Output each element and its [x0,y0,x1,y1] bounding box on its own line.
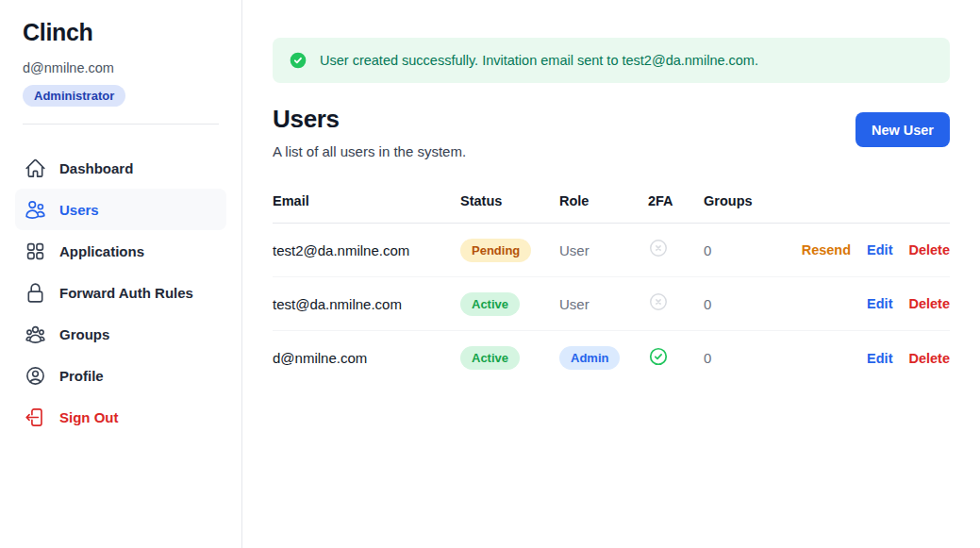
user-group-icon [25,324,46,345]
sidebar-item-dashboard[interactable]: Dashboard [15,147,226,189]
row-actions: Edit Delete [867,296,950,311]
sidebar-divider [23,124,219,125]
sidebar-item-profile[interactable]: Profile [15,355,226,396]
role-value: User [559,242,648,258]
sidebar-item-label: Users [59,202,99,218]
sidebar-item-label: Forward Auth Rules [59,285,193,301]
sidebar-item-applications[interactable]: Applications [15,230,226,272]
column-header-email: Email [273,193,460,208]
page-header-text: Users A list of all users in the system. [273,105,466,159]
sidebar-item-sign-out[interactable]: Sign Out [15,396,226,438]
status-badge: Pending [460,239,531,262]
sidebar-item-label: Profile [59,368,104,384]
twofa-status [648,291,704,316]
administrator-badge: Administrator [23,85,125,107]
twofa-status [648,238,704,262]
check-circle-icon [289,51,307,70]
app-logo: Clinch [15,19,226,46]
resend-link[interactable]: Resend [802,242,851,257]
edit-link[interactable]: Edit [867,351,892,366]
column-header-2fa: 2FA [648,193,704,208]
main-content: User created successfully. Invitation em… [242,0,980,548]
column-header-role: Role [559,193,648,208]
home-icon [25,158,46,179]
user-circle-icon [25,365,46,387]
edit-link[interactable]: Edit [867,242,892,257]
column-header-status: Status [460,193,559,208]
sidebar-item-label: Dashboard [59,160,133,176]
row-actions: Resend Edit Delete [802,242,950,257]
page-subtitle: A list of all users in the system. [273,143,466,159]
sidebar-item-label: Applications [59,243,144,259]
current-user-email: d@nmilne.com [15,60,226,75]
notification-message: User created successfully. Invitation em… [320,53,758,68]
user-email: d@nmilne.com [273,350,460,366]
twofa-enabled-icon [648,346,669,367]
sign-out-icon [25,407,46,428]
user-email: test@da.nmilne.com [273,296,460,312]
status-badge: Active [460,346,520,370]
delete-link[interactable]: Delete [908,296,950,311]
groups-count: 0 [704,350,867,366]
delete-link[interactable]: Delete [908,351,950,366]
edit-link[interactable]: Edit [867,296,892,311]
new-user-button[interactable]: New User [855,112,950,147]
sidebar-item-label: Groups [59,326,109,342]
lock-icon [25,282,46,304]
page-title: Users [273,105,466,134]
row-actions: Edit Delete [867,351,950,366]
sidebar-nav: Dashboard Users Applications Forward Aut… [15,147,226,438]
twofa-status [648,346,704,371]
column-header-groups: Groups [704,193,950,208]
sidebar-item-groups[interactable]: Groups [15,313,226,355]
grid-icon [25,241,46,262]
status-badge: Active [460,292,520,316]
users-table: Email Status Role 2FA Groups test2@da.nm… [273,188,950,385]
success-notification: User created successfully. Invitation em… [273,38,950,83]
sidebar: Clinch d@nmilne.com Administrator Dashbo… [0,0,242,548]
twofa-disabled-icon [648,291,669,312]
sidebar-item-label: Sign Out [59,409,119,425]
groups-count: 0 [704,242,802,258]
sidebar-item-forward-auth-rules[interactable]: Forward Auth Rules [15,272,226,313]
role-badge: Admin [559,346,620,370]
table-row: test2@da.nmilne.com Pending User 0 Resen… [273,224,950,277]
table-header-row: Email Status Role 2FA Groups [273,188,950,224]
delete-link[interactable]: Delete [908,242,950,257]
role-value: User [559,296,648,312]
twofa-disabled-icon [648,238,669,258]
table-row: d@nmilne.com Active Admin 0 Edit Delete [273,331,950,385]
sidebar-item-users[interactable]: Users [15,189,226,230]
table-row: test@da.nmilne.com Active User 0 Edit De… [273,277,950,331]
page-header: Users A list of all users in the system.… [273,105,950,159]
groups-count: 0 [704,296,867,312]
users-icon [25,199,46,221]
user-email: test2@da.nmilne.com [273,242,460,258]
